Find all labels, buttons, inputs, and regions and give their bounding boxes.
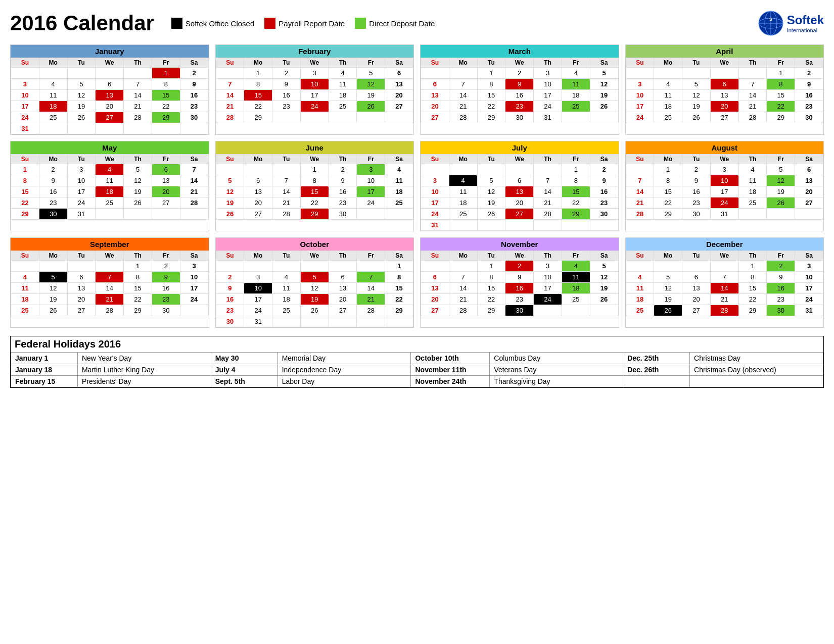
- cal-day: 11: [11, 283, 39, 294]
- holidays-table: January 1New Year's DayMay 30Memorial Da…: [11, 352, 823, 387]
- cal-day: [124, 123, 152, 134]
- cal-day: [244, 261, 272, 272]
- cal-day: [272, 316, 301, 327]
- cal-day: 3: [421, 175, 449, 186]
- day-header-Sa: Sa: [385, 251, 413, 261]
- cal-day: 10: [180, 272, 208, 283]
- cal-day: 17: [357, 186, 385, 197]
- cal-day: [421, 68, 449, 79]
- cal-day: 16: [505, 283, 534, 294]
- cal-day: 16: [590, 186, 618, 197]
- cal-day: 29: [300, 209, 329, 220]
- day-header-We: We: [710, 251, 738, 261]
- cal-day: 31: [67, 209, 96, 220]
- cal-day: 25: [626, 305, 654, 316]
- cal-day: [272, 112, 301, 123]
- day-header-Mo: Mo: [654, 155, 682, 164]
- cal-day: 1: [562, 164, 590, 175]
- cal-day: 12: [216, 186, 244, 197]
- day-header-Th: Th: [124, 58, 152, 68]
- month-header-april: April: [626, 45, 824, 58]
- cal-day: 14: [216, 90, 244, 101]
- day-header-Mo: Mo: [244, 155, 272, 164]
- cal-day: 10: [357, 175, 385, 186]
- cal-day: 9: [505, 272, 534, 283]
- month-may: MaySuMoTuWeThFrSa12345678910111213141516…: [10, 141, 209, 231]
- day-header-Tu: Tu: [67, 58, 96, 68]
- cal-table-may: SuMoTuWeThFrSa12345678910111213141516171…: [11, 154, 209, 220]
- cal-day: [180, 305, 208, 316]
- cal-table-september: SuMoTuWeThFrSa12345678910111213141516171…: [11, 251, 209, 316]
- cal-day: [562, 305, 590, 316]
- cal-day: 8: [11, 175, 39, 186]
- cal-day: 4: [11, 272, 39, 283]
- cal-day: 23: [216, 305, 244, 316]
- cal-day: 2: [590, 164, 618, 175]
- cal-day: [534, 164, 562, 175]
- cal-day: 17: [795, 283, 823, 294]
- cal-day: 23: [795, 101, 823, 112]
- cal-day: 8: [124, 272, 152, 283]
- cal-day: 5: [590, 68, 618, 79]
- cal-day: 18: [96, 186, 124, 197]
- cal-day: 20: [96, 101, 124, 112]
- cal-day: [626, 261, 654, 272]
- cal-day: [357, 316, 385, 327]
- cal-day: 12: [590, 272, 618, 283]
- cal-day: 25: [96, 197, 124, 209]
- cal-day: 30: [767, 305, 795, 316]
- cal-day: 12: [39, 283, 67, 294]
- cal-day: 11: [654, 90, 682, 101]
- day-header-Tu: Tu: [682, 251, 711, 261]
- cal-day: 12: [590, 79, 618, 90]
- cal-day: [534, 305, 562, 316]
- cal-day: 7: [449, 272, 477, 283]
- cal-day: [216, 164, 244, 175]
- day-header-Fr: Fr: [152, 58, 180, 68]
- legend-deposit-box: [355, 18, 366, 29]
- cal-day: 8: [477, 272, 505, 283]
- cal-day: 31: [11, 123, 39, 134]
- cal-day: 9: [682, 175, 711, 186]
- legend-payroll-label: Payroll Report Date: [279, 19, 345, 28]
- cal-day: 26: [590, 101, 618, 112]
- day-header-We: We: [300, 155, 329, 164]
- cal-day: 16: [216, 294, 244, 305]
- cal-day: 28: [180, 197, 208, 209]
- month-header-september: September: [11, 238, 209, 251]
- cal-day: [626, 68, 654, 79]
- cal-table-october: SuMoTuWeThFrSa12345678910111213141516171…: [216, 251, 414, 327]
- cal-day: 27: [421, 112, 449, 123]
- cal-day: 2: [682, 164, 711, 175]
- month-header-august: August: [626, 141, 824, 154]
- cal-day: 25: [738, 197, 767, 209]
- cal-day: [329, 112, 357, 123]
- day-header-Th: Th: [534, 58, 562, 68]
- cal-day: 15: [767, 90, 795, 101]
- cal-day: 19: [767, 186, 795, 197]
- cal-day: 16: [39, 186, 67, 197]
- cal-day: 26: [767, 197, 795, 209]
- cal-day: 1: [767, 68, 795, 79]
- cal-day: [300, 261, 329, 272]
- legend-closed-label: Softek Office Closed: [186, 19, 254, 28]
- day-header-Mo: Mo: [449, 58, 477, 68]
- cal-day: 14: [449, 283, 477, 294]
- cal-day: 22: [477, 294, 505, 305]
- cal-day: 8: [300, 175, 329, 186]
- cal-day: 2: [767, 261, 795, 272]
- cal-day: 20: [244, 197, 272, 209]
- cal-day: 8: [562, 175, 590, 186]
- cal-day: 24: [534, 294, 562, 305]
- cal-day: [590, 112, 618, 123]
- day-header-Th: Th: [534, 155, 562, 164]
- cal-day: 4: [96, 164, 124, 175]
- cal-day: 28: [272, 209, 301, 220]
- cal-table-november: SuMoTuWeThFrSa12345678910111213141516171…: [421, 251, 619, 316]
- cal-day: 22: [124, 294, 152, 305]
- cal-day: 24: [357, 197, 385, 209]
- cal-day: 27: [710, 112, 738, 123]
- cal-day: 20: [67, 294, 96, 305]
- cal-day: 8: [767, 79, 795, 90]
- cal-day: 2: [505, 68, 534, 79]
